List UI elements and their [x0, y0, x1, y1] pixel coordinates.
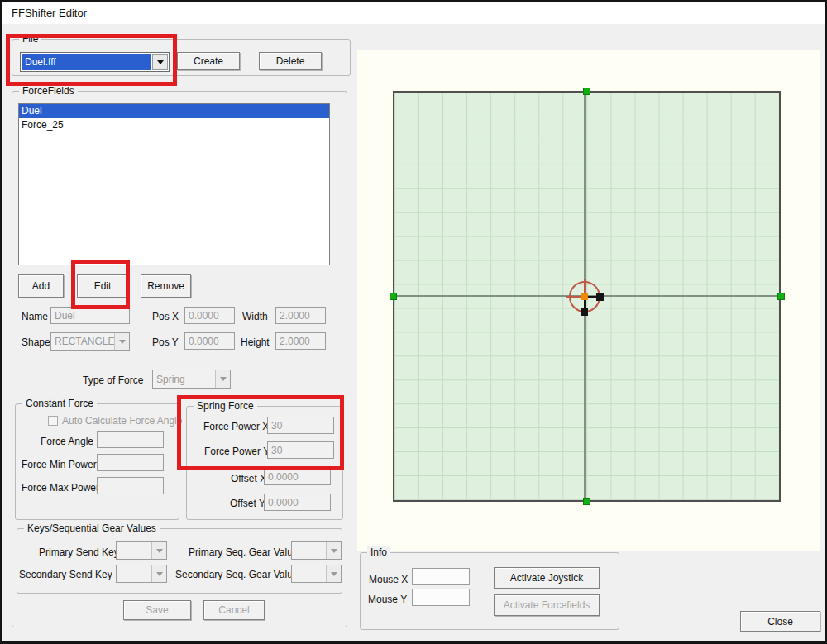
forcefields-group-label: ForceFields [19, 85, 78, 97]
activate-forcefields-button[interactable]: Activate Forcefields [494, 594, 600, 616]
save-button[interactable]: Save [123, 600, 191, 620]
offset-y-label: Offset Y [230, 498, 265, 509]
list-item[interactable]: Duel [19, 104, 329, 118]
secondary-send-key-dropdown[interactable] [116, 565, 167, 583]
resize-handle-left[interactable] [390, 293, 397, 300]
ffshifter-editor-window: FFShifter Editor File Duel.fff Create De… [0, 0, 827, 644]
forcefields-list[interactable]: Duel Force_25 [18, 103, 330, 265]
delete-button[interactable]: Delete [259, 52, 322, 70]
offset-y-field[interactable]: 0.0000 [264, 494, 331, 511]
dropdown-arrow-icon [151, 565, 166, 582]
force-max-power-field[interactable] [97, 477, 164, 494]
pos-y-field[interactable]: 0.0000 [184, 332, 235, 350]
mouse-y-field[interactable] [412, 589, 470, 606]
force-power-y-label: Force Power Y [204, 446, 270, 457]
pos-x-field[interactable]: 0.0000 [184, 307, 235, 324]
window-title: FFShifter Editor [12, 7, 87, 19]
mouse-x-label: Mouse X [369, 574, 408, 585]
secondary-send-key-label: Secondary Send Key [19, 569, 112, 580]
list-item[interactable]: Force_25 [19, 118, 329, 132]
primary-send-key-value [117, 542, 151, 559]
keys-group: Keys/Sequential Gear Values [17, 528, 342, 594]
spring-force-group-label: Spring Force [194, 400, 257, 412]
type-of-force-label: Type of Force [83, 374, 143, 386]
force-power-y-field[interactable]: 30 [267, 441, 334, 459]
type-of-force-dropdown[interactable]: Spring [152, 370, 231, 389]
resize-handle-top[interactable] [583, 88, 590, 95]
shape-dropdown-value: RECTANGLE [51, 333, 114, 350]
dropdown-arrow-icon[interactable] [152, 54, 168, 70]
dropdown-arrow-icon [326, 565, 341, 582]
height-field[interactable]: 2.0000 [275, 332, 326, 350]
force-min-power-label: Force Min Power [22, 459, 97, 470]
force-power-x-label: Force Power X [203, 421, 269, 432]
offset-x-field[interactable]: 0.0000 [264, 468, 331, 485]
edit-button[interactable]: Edit [77, 274, 128, 298]
add-button[interactable]: Add [18, 274, 64, 298]
force-angle-label: Force Angle [41, 436, 93, 447]
resize-handle-bottom[interactable] [583, 498, 590, 505]
auto-calc-label: Auto Calculate Force Angle [62, 415, 182, 427]
height-label: Height [241, 336, 270, 348]
file-dropdown[interactable]: Duel.fff [20, 52, 170, 72]
file-group-label: File [19, 33, 41, 45]
width-field[interactable]: 2.0000 [275, 307, 326, 324]
primary-send-key-label: Primary Send Key [39, 546, 119, 558]
pos-x-label: Pos X [152, 311, 179, 322]
create-button[interactable]: Create [177, 52, 240, 70]
remove-button[interactable]: Remove [141, 274, 191, 298]
primary-seq-gear-value [292, 542, 326, 559]
type-of-force-value: Spring [153, 370, 215, 388]
crosshair-center-dot-icon [581, 293, 588, 300]
secondary-send-key-value [117, 565, 151, 582]
force-angle-field[interactable] [97, 431, 164, 448]
crosshair-handle-bottom[interactable] [581, 308, 588, 316]
file-dropdown-value: Duel.fff [22, 54, 151, 70]
title-bar: FFShifter Editor [2, 2, 825, 24]
keys-group-label: Keys/Sequential Gear Values [24, 522, 160, 534]
activate-joystick-button[interactable]: Activate Joystick [494, 567, 600, 589]
dropdown-arrow-icon [114, 333, 129, 350]
offset-x-label: Offset X [231, 473, 266, 484]
force-min-power-field[interactable] [97, 454, 164, 471]
info-group: Info [360, 552, 619, 630]
name-label: Name [22, 311, 48, 322]
width-label: Width [242, 311, 268, 322]
force-power-x-field[interactable]: 30 [267, 417, 334, 434]
constant-force-group-label: Constant Force [22, 398, 97, 409]
primary-seq-gear-label: Primary Seq. Gear Value [189, 546, 299, 558]
primary-send-key-dropdown[interactable] [116, 541, 167, 560]
name-field[interactable]: Duel [50, 307, 130, 324]
dropdown-arrow-icon [326, 542, 341, 559]
shape-label: Shape [22, 336, 50, 348]
force-max-power-label: Force Max Power [22, 482, 99, 494]
resize-handle-right[interactable] [777, 293, 785, 300]
primary-seq-gear-dropdown[interactable] [291, 541, 342, 560]
dropdown-arrow-icon [151, 542, 166, 559]
crosshair-handle-right[interactable] [596, 293, 604, 301]
secondary-seq-gear-value [292, 565, 326, 582]
shape-dropdown[interactable]: RECTANGLE [50, 332, 130, 351]
mouse-x-field[interactable] [412, 568, 470, 585]
pos-y-label: Pos Y [152, 336, 179, 348]
cancel-button[interactable]: Cancel [203, 600, 265, 620]
mouse-y-label: Mouse Y [368, 594, 407, 605]
close-button[interactable]: Close [740, 611, 820, 632]
secondary-seq-gear-dropdown[interactable] [291, 565, 342, 583]
secondary-seq-gear-label: Secondary Seq. Gear Value [175, 569, 299, 580]
auto-calc-checkbox[interactable] [48, 416, 58, 426]
dropdown-arrow-icon [215, 370, 230, 388]
info-group-label: Info [367, 546, 390, 558]
